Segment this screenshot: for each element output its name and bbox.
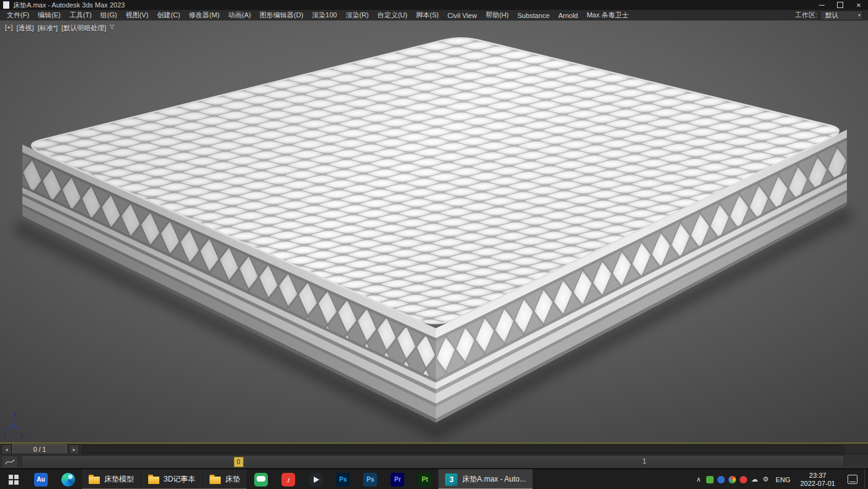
taskbar-app-green[interactable] <box>247 469 275 489</box>
folder-icon <box>148 477 159 484</box>
folder-label: 3D记事本 <box>164 474 195 485</box>
maximize-button[interactable] <box>831 0 849 10</box>
taskbar-app-au[interactable]: Au <box>27 469 55 489</box>
menu-group[interactable]: 组(G) <box>96 10 122 20</box>
taskbar-app-3dsmax-active[interactable]: 3 床垫A.max - Auto... <box>438 469 533 489</box>
viewport-menu-shading[interactable]: [默认明暗处理] <box>61 24 106 33</box>
viewport-menu-standard[interactable]: [标准*] <box>38 24 58 33</box>
menu-arnold[interactable]: Arnold <box>554 10 582 20</box>
system-tray: ∧ ☁ ⚙ ENG 23:37 2022-07-01 <box>693 469 868 489</box>
workspace-control: 工作区: 默认▾ <box>795 11 868 20</box>
next-frame-button[interactable]: ▸ <box>69 444 79 455</box>
substance-painter-icon: Pt <box>418 473 432 487</box>
current-frame-label: 0 <box>237 459 241 465</box>
green-chat-app-icon <box>254 473 268 487</box>
title-bar: 床垫A.max - Autodesk 3ds Max 2023 ✕ <box>0 0 868 10</box>
tray-red-app-icon[interactable] <box>740 476 747 483</box>
close-icon: ✕ <box>856 2 861 9</box>
taskbar-app-photoshop[interactable]: Ps <box>329 469 356 489</box>
start-button[interactable] <box>0 469 27 489</box>
axis-y-label: y <box>20 431 24 437</box>
window-title: 床垫A.max - Autodesk 3ds Max 2023 <box>13 1 125 10</box>
end-frame-label: 1 <box>642 458 646 465</box>
viewport[interactable]: [+] [透视] [标准*] [默认明暗处理] ∇ <box>0 20 868 442</box>
menu-create[interactable]: 创建(C) <box>153 10 184 20</box>
time-slider-row: ◂ 0 / 1 ▸ <box>0 442 868 455</box>
taskbar-folder-3d-notebook[interactable]: 3D记事本 <box>141 469 202 489</box>
menu-views[interactable]: 视图(V) <box>122 10 153 20</box>
taskbar-app-edge[interactable] <box>55 469 82 489</box>
window-buttons: ✕ <box>812 0 868 10</box>
taskbar-app-red[interactable]: ♪ <box>275 469 302 489</box>
clock-date: 2022-07-01 <box>800 480 835 488</box>
taskbar-clock[interactable]: 23:37 2022-07-01 <box>795 472 841 488</box>
menu-animation[interactable]: 动画(A) <box>224 10 255 20</box>
taskbar-folder-mattress[interactable]: 床垫 <box>203 469 247 489</box>
tray-browser-icon[interactable] <box>728 476 736 483</box>
folder-icon <box>89 477 100 484</box>
time-slider-handle[interactable]: 0 / 1 <box>12 444 67 455</box>
workspace-label: 工作区: <box>795 11 817 20</box>
mini-curve-editor-button[interactable] <box>1 455 19 469</box>
active-app-label: 床垫A.max - Auto... <box>462 474 526 485</box>
show-desktop-button[interactable] <box>864 469 868 489</box>
menu-tools[interactable]: 工具(T) <box>65 10 96 20</box>
tray-blue-app-icon[interactable] <box>717 476 725 483</box>
red-music-app-icon: ♪ <box>281 473 295 487</box>
desktop-screen: 床垫A.max - Autodesk 3ds Max 2023 ✕ 文件(F) … <box>0 0 868 489</box>
workspace-dropdown[interactable]: 默认▾ <box>820 11 863 20</box>
axis-x-label: x <box>4 431 7 437</box>
taskbar-app-media[interactable] <box>302 469 329 489</box>
chevron-down-icon: ▾ <box>858 11 861 19</box>
time-slider-track[interactable] <box>82 445 844 454</box>
menu-render100[interactable]: 渲染100 <box>308 10 341 20</box>
menu-customize[interactable]: 自定义(U) <box>373 10 412 20</box>
language-indicator[interactable]: ENG <box>771 476 795 483</box>
current-frame-marker[interactable]: 0 <box>234 457 244 467</box>
app-document-icon <box>3 1 9 9</box>
viewport-filter-icon[interactable]: ∇ <box>110 24 114 33</box>
track-bar-ruler[interactable]: 0 1 <box>22 455 844 469</box>
menu-rendering[interactable]: 渲染(R) <box>341 10 373 20</box>
viewport-canvas[interactable]: z x y <box>0 20 868 442</box>
cloud-sync-icon[interactable]: ☁ <box>749 475 760 483</box>
minimize-button[interactable] <box>812 0 831 10</box>
menu-help[interactable]: 帮助(H) <box>481 10 513 20</box>
right-arrow-icon: ▸ <box>73 447 75 452</box>
clock-time: 23:37 <box>809 472 826 480</box>
track-bar-row: 0 1 <box>0 454 868 469</box>
menu-substance[interactable]: Substance <box>513 10 554 20</box>
action-center-button[interactable] <box>841 469 864 489</box>
curve-icon <box>5 458 15 465</box>
close-button[interactable]: ✕ <box>849 0 868 10</box>
viewport-menu-view[interactable]: [透视] <box>17 24 34 33</box>
windows-start-icon <box>9 475 19 485</box>
music-note-icon: ♪ <box>286 475 290 484</box>
menu-civil-view[interactable]: Civil View <box>443 10 481 20</box>
menu-edit[interactable]: 编辑(E) <box>33 10 65 20</box>
photoshop-2-icon: Ps <box>363 473 377 487</box>
menu-file[interactable]: 文件(F) <box>2 10 33 20</box>
taskbar-folder-mattress-model[interactable]: 床垫模型 <box>82 469 141 489</box>
workspace-value: 默认 <box>825 11 838 19</box>
menu-modifiers[interactable]: 修改器(M) <box>185 10 224 20</box>
maximize-icon <box>837 2 843 8</box>
viewport-label-bar: [+] [透视] [标准*] [默认明暗处理] ∇ <box>5 24 114 33</box>
frame-display: 0 / 1 <box>33 446 46 453</box>
menu-scripting[interactable]: 脚本(S) <box>412 10 443 20</box>
taskbar-app-premiere[interactable]: Pr <box>384 469 411 489</box>
premiere-icon: Pr <box>391 473 404 487</box>
settings-gear-icon[interactable]: ⚙ <box>760 475 771 483</box>
taskbar-app-photoshop-2[interactable]: Ps <box>356 469 384 489</box>
menu-graph-editors[interactable]: 图形编辑器(D) <box>255 10 308 20</box>
viewport-menu-plus[interactable]: [+] <box>5 24 13 33</box>
action-center-icon <box>848 475 857 484</box>
axis-z-label: z <box>14 411 17 418</box>
menu-antivirus[interactable]: Max 杀毒卫士 <box>582 10 633 20</box>
taskbar-app-painter[interactable]: Pt <box>411 469 438 489</box>
previous-frame-button[interactable]: ◂ <box>1 444 12 455</box>
folder-label: 床垫 <box>225 474 240 485</box>
hidden-icons-chevron[interactable]: ∧ <box>693 475 704 483</box>
minimize-icon <box>819 5 825 6</box>
tray-green-app-icon[interactable] <box>706 476 714 483</box>
